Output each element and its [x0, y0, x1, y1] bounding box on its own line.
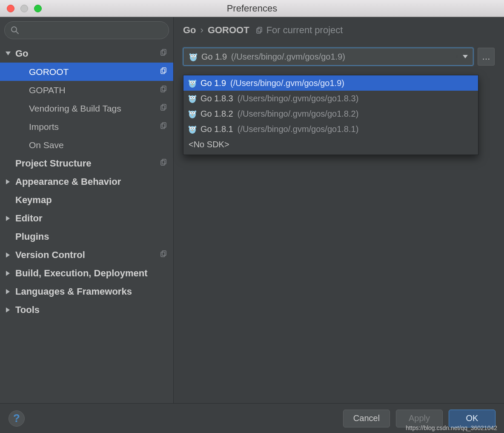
svg-marker-15 [6, 252, 10, 258]
scope-label: For current project [266, 25, 343, 36]
project-scope-icon [160, 49, 167, 58]
sidebar-item-label: Appearance & Behavior [15, 176, 167, 187]
sdk-option[interactable]: Go 1.8.3(/Users/bingo/.gvm/gos/go1.8.3) [183, 91, 478, 106]
project-scope-icon [160, 122, 167, 132]
gopher-icon [189, 109, 196, 118]
sidebar-item-label: Build, Execution, Deployment [15, 268, 167, 279]
breadcrumb-root: Go [183, 25, 196, 36]
sidebar-item-label: Imports [29, 122, 160, 132]
arrow-placeholder [5, 234, 11, 240]
sidebar-item-label: Project Structure [15, 158, 160, 169]
sdk-option[interactable]: Go 1.8.1(/Users/bingo/.gvm/gos/go1.8.1) [183, 121, 478, 137]
project-scope-icon [160, 250, 167, 260]
combo-caret[interactable] [457, 55, 473, 58]
svg-line-11 [16, 32, 18, 34]
project-scope-icon [160, 67, 167, 77]
sidebar-item-keymap[interactable]: Keymap [0, 191, 173, 209]
sdk-option-path: (/Users/bingo/.gvm/gos/go1.8.2) [238, 109, 359, 119]
breadcrumb-page: GOROOT [208, 25, 249, 36]
svg-marker-13 [6, 179, 10, 184]
sidebar-item-appearance-behavior[interactable]: Appearance & Behavior [0, 172, 173, 191]
sdk-dropdown-list: Go 1.9(/Users/bingo/.gvm/gos/go1.9)Go 1.… [183, 75, 478, 155]
svg-marker-16 [6, 271, 10, 276]
sidebar-item-label: Languages & Frameworks [15, 286, 167, 297]
sidebar-item-project-structure[interactable]: Project Structure [0, 154, 173, 172]
sdk-option-name: Go 1.8.1 [200, 124, 233, 134]
chevron-right-icon [5, 179, 11, 185]
sdk-option-path: (/Users/bingo/.gvm/gos/go1.8.3) [238, 94, 359, 103]
chevron-right-icon [5, 270, 11, 276]
sidebar-item-on-save[interactable]: On Save [0, 136, 173, 154]
arrow-placeholder [5, 197, 11, 203]
svg-marker-12 [6, 52, 11, 55]
sdk-option[interactable]: Go 1.8.2(/Users/bingo/.gvm/gos/go1.8.2) [183, 106, 478, 121]
svg-marker-17 [6, 289, 10, 294]
chevron-down-icon [463, 55, 468, 58]
project-scope-icon [160, 85, 167, 95]
sidebar-item-vendoring-build-tags[interactable]: Vendoring & Build Tags [0, 99, 173, 118]
sdk-option-path: (/Users/bingo/.gvm/gos/go1.8.1) [238, 124, 359, 134]
chevron-right-icon [5, 252, 11, 258]
svg-marker-19 [463, 55, 468, 58]
sidebar-item-tools[interactable]: Tools [0, 301, 173, 319]
sidebar-search-input[interactable] [23, 26, 163, 35]
project-scope-icon [256, 27, 263, 34]
project-scope-icon [160, 158, 167, 168]
sidebar-item-label: Keymap [15, 195, 167, 206]
svg-marker-18 [6, 307, 10, 313]
gopher-icon [189, 124, 196, 134]
browse-sdk-button[interactable]: … [478, 48, 495, 66]
project-scope-icon [160, 103, 167, 113]
sidebar-item-editor[interactable]: Editor [0, 209, 173, 227]
sidebar-item-label: Tools [15, 304, 167, 315]
ellipsis-icon: … [482, 52, 490, 62]
search-icon [11, 26, 19, 34]
svg-point-10 [11, 27, 17, 32]
svg-marker-14 [6, 216, 10, 221]
sdk-option-name: Go 1.8.3 [200, 94, 233, 103]
sidebar-item-version-control[interactable]: Version Control [0, 246, 173, 264]
sidebar-item-label: GOPATH [29, 85, 160, 95]
sidebar-item-goroot[interactable]: GOROOT [0, 63, 173, 81]
settings-sidebar: GoGOROOTGOPATHVendoring & Build TagsImpo… [0, 17, 174, 403]
combo-selected-name: Go 1.9 [201, 52, 227, 62]
breadcrumb-sep-icon: › [200, 25, 203, 36]
sidebar-item-imports[interactable]: Imports [0, 118, 173, 136]
gopher-icon [189, 78, 196, 88]
chevron-right-icon [5, 307, 11, 313]
sdk-option[interactable]: Go 1.9(/Users/bingo/.gvm/gos/go1.9) [183, 75, 478, 91]
breadcrumb: Go › GOROOT For current project [183, 25, 495, 36]
chevron-right-icon [5, 289, 11, 295]
sdk-option-none[interactable]: <No SDK> [183, 137, 478, 152]
sidebar-item-label: Editor [15, 213, 167, 224]
scope-indicator: For current project [256, 25, 343, 36]
sidebar-item-go[interactable]: Go [0, 44, 173, 63]
sidebar-item-languages-frameworks[interactable]: Languages & Frameworks [0, 282, 173, 301]
sdk-option-name: Go 1.8.2 [200, 109, 233, 119]
cancel-button[interactable]: Cancel [343, 410, 390, 427]
sidebar-search[interactable] [4, 21, 169, 39]
watermark: https://blog.csdn.net/qq_36021042 [406, 424, 497, 431]
sidebar-item-label: GOROOT [29, 67, 160, 77]
sidebar-item-gopath[interactable]: GOPATH [0, 81, 173, 99]
titlebar: Preferences [0, 0, 504, 17]
window-title: Preferences [0, 3, 504, 14]
gopher-icon [189, 94, 196, 103]
sdk-option-name: Go 1.9 [200, 78, 226, 88]
sdk-option-path: (/Users/bingo/.gvm/gos/go1.9) [230, 78, 344, 88]
sidebar-item-label: Go [15, 48, 160, 59]
combo-selected-path: (/Users/bingo/.gvm/gos/go1.9) [231, 52, 345, 62]
sidebar-item-build-execution-deployment[interactable]: Build, Execution, Deployment [0, 264, 173, 282]
sidebar-item-label: Plugins [15, 231, 167, 242]
help-button[interactable]: ? [9, 410, 25, 427]
sidebar-item-label: Vendoring & Build Tags [29, 103, 160, 114]
settings-content: Go › GOROOT For current project Go 1.9 (… [174, 17, 504, 403]
chevron-right-icon [5, 215, 11, 221]
arrow-placeholder [5, 161, 11, 166]
sidebar-item-label: On Save [29, 140, 167, 150]
settings-tree: GoGOROOTGOPATHVendoring & Build TagsImpo… [0, 43, 173, 403]
sidebar-item-label: Version Control [15, 249, 160, 261]
sidebar-item-plugins[interactable]: Plugins [0, 227, 173, 246]
goroot-sdk-combobox[interactable]: Go 1.9 (/Users/bingo/.gvm/gos/go1.9) [183, 48, 473, 66]
sdk-option-name: <No SDK> [189, 140, 229, 149]
